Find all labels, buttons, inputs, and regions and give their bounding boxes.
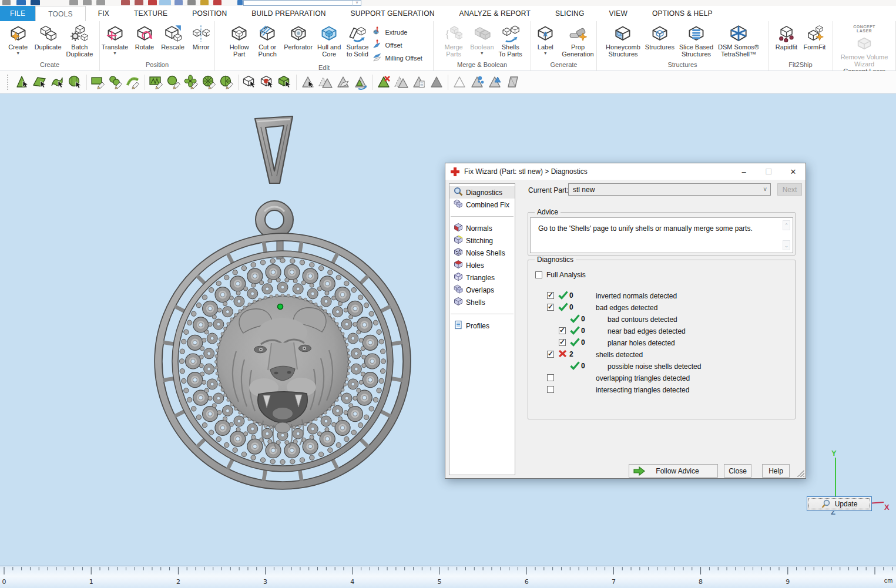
ribbon-button-perforator[interactable]: Perforator [282,23,314,51]
triangle-delete-tool[interactable] [375,73,392,91]
mark-rectangle-tool[interactable] [89,73,107,91]
quick-access-icon[interactable] [135,0,143,5]
menu-tab-analyze-report[interactable]: ANALYZE & REPORT [447,6,543,21]
ribbon-button-formfit[interactable]: FormFit [801,23,828,51]
full-analysis-checkbox[interactable] [535,271,542,278]
toolbar-drag-handle[interactable] [7,75,10,90]
wizard-page-noise-shells[interactable]: Noise Shells [449,247,515,259]
quick-access-combobox[interactable]: ˅ [243,0,361,6]
diagnostic-checkbox[interactable] [547,386,554,393]
ribbon-button-offset[interactable]: Offset [372,39,422,51]
diagnostic-checkbox[interactable] [547,374,554,381]
update-button[interactable]: Update [807,496,872,511]
select-cube-marked-tool[interactable] [259,73,276,91]
current-part-dropdown[interactable]: stl new ˅ [568,183,771,196]
quick-access-icon[interactable] [83,0,92,5]
close-button[interactable]: Close [724,464,751,478]
wizard-page-holes[interactable]: Holes [449,259,515,271]
mark-window-triangles-tool[interactable] [147,73,165,91]
quick-access-icon[interactable] [2,0,11,5]
ribbon-button-extrude[interactable]: Extrude [372,26,422,38]
quick-access-icon[interactable] [174,0,183,5]
wizard-page-stitching[interactable]: Stitching [449,234,515,247]
mark-fan-tool[interactable] [218,73,236,91]
select-cube-green-tool[interactable] [276,73,294,91]
resize-grip[interactable] [797,470,804,477]
triangle-blue-marks-tool[interactable] [468,73,486,91]
triangle-move-tool[interactable] [352,73,370,91]
mark-propeller-tool[interactable] [183,73,200,91]
ribbon-button-rotate[interactable]: Rotate [131,23,158,51]
diagnostic-checkbox[interactable] [559,327,566,334]
ribbon-button-create[interactable]: Create▼ [5,23,32,55]
ribbon-button-batch-duplicate[interactable]: BatchDuplicate [65,23,95,58]
wizard-page-shells[interactable]: Shells [449,296,515,308]
diagnostic-checkbox[interactable] [547,351,554,358]
ribbon-button-hull-and-core[interactable]: Hull andCore [316,23,343,58]
ribbon-button-translate[interactable]: Translate▼ [100,23,130,55]
ribbon-button-milling-offset[interactable]: Milling Offset [372,52,422,64]
select-planes-tool[interactable] [31,73,49,91]
menu-tab-position[interactable]: POSITION [180,6,239,21]
wizard-page-diagnostics[interactable]: Diagnostics [449,186,515,199]
triangle-hatch-tool[interactable] [392,73,410,91]
scroll-down-icon[interactable]: ⌄ [783,240,790,250]
triangle-slant-tool[interactable] [504,73,521,91]
ribbon-button-boolean[interactable]: Boolean▼ [468,23,495,55]
triangle-cone-tool[interactable] [486,73,504,91]
ribbon-button-duplicate[interactable]: Duplicate [33,23,63,51]
ribbon-button-rescale[interactable]: Rescale [159,23,186,51]
ribbon-button-structures[interactable]: Structures [643,23,676,51]
triangle-cursor-tool[interactable] [299,73,317,91]
ribbon-button-honeycomb-structures[interactable]: HoneycombStructures [604,23,642,58]
select-shells-tool[interactable] [66,73,84,91]
ribbon-button-label[interactable]: ALabel▼ [532,23,559,55]
quick-access-icon[interactable] [200,0,209,5]
ribbon-button-shells-to-parts[interactable]: ShellsTo Parts [497,23,524,58]
triangle-outline-tool[interactable] [451,73,468,91]
follow-advice-button[interactable]: Follow Advice [629,464,718,478]
ribbon-button-remove-volume-wizard[interactable]: CONCEPTLASERRemove VolumeWizard [839,23,890,68]
quick-access-icon[interactable] [187,0,196,5]
select-cube-tool[interactable] [241,73,259,91]
ribbon-button-surface-to-solid[interactable]: Surfaceto Solid [344,23,371,58]
mark-curve-tool[interactable] [125,73,142,91]
select-surfaces-tool[interactable] [49,73,66,91]
mark-brush-triangles-tool[interactable] [165,73,183,91]
advice-textarea[interactable]: Go to the 'Shells' page to unify shells … [530,217,793,253]
ribbon-button-rapidfit[interactable]: Rapidfit [773,23,800,51]
menu-tab-options-help[interactable]: OPTIONS & HELP [640,6,725,21]
triangle-plane-tool[interactable] [334,73,352,91]
wizard-page-combined-fix[interactable]: Combined Fix [449,199,515,211]
diagnostic-checkbox[interactable] [547,292,554,299]
quick-access-icon[interactable] [237,0,243,5]
quick-access-icon[interactable] [69,0,78,5]
maximize-button[interactable]: ☐ [756,163,781,180]
quick-access-icon[interactable] [213,0,222,5]
scroll-up-icon[interactable]: ⌃ [783,220,790,230]
fix-wizard-dialog[interactable]: Fix Wizard (Part: stl new) > Diagnostics… [445,163,806,479]
menu-tab-support-generation[interactable]: SUPPORT GENERATION [338,6,447,21]
quick-access-icon[interactable] [16,0,26,5]
quick-access-icon[interactable] [31,0,40,5]
select-triangles-tool[interactable] [14,73,31,91]
quick-access-icon[interactable] [96,0,105,5]
menu-tab-build-preparation[interactable]: BUILD PREPARATION [239,6,338,21]
wizard-page-overlaps[interactable]: Overlaps [449,284,515,296]
help-button[interactable]: Help [762,464,790,478]
menu-tab-view[interactable]: VIEW [596,6,639,21]
close-window-button[interactable]: ✕ [781,163,806,180]
ribbon-button-hollow-part[interactable]: HollowPart [226,23,253,58]
dialog-title-bar[interactable]: Fix Wizard (Part: stl new) > Diagnostics… [445,163,806,180]
triangle-fill-tool[interactable] [428,73,445,91]
diagnostic-checkbox[interactable] [547,304,554,311]
diagnostic-checkbox[interactable] [559,339,566,346]
wizard-page-normals[interactable]: Normals [449,222,515,234]
quick-access-icon[interactable] [159,0,171,5]
ribbon-button-cut-or-punch[interactable]: Cut orPunch [254,23,281,58]
wizard-page-profiles[interactable]: Profiles [449,320,515,332]
triangle-copy-tool[interactable] [410,73,428,91]
menu-tab-texture[interactable]: TEXTURE [122,6,180,21]
quick-access-icon[interactable] [148,0,157,5]
next-button[interactable]: Next [777,183,802,196]
